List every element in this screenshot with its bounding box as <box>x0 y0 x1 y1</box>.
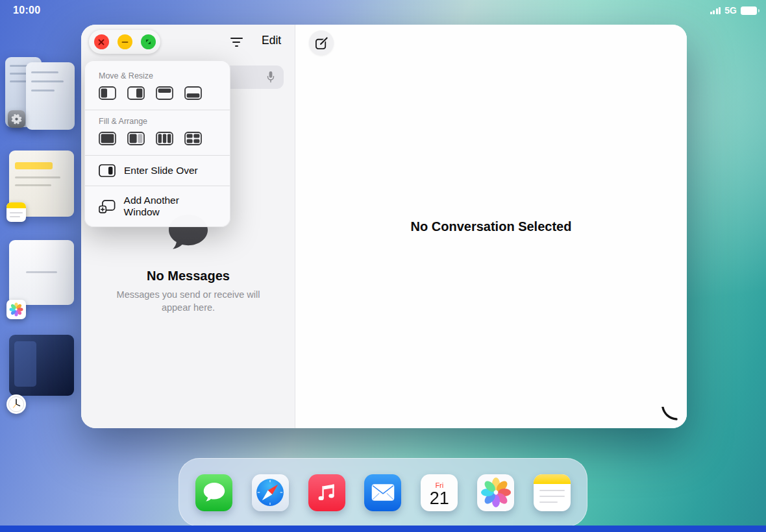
grid-arrange-icon[interactable] <box>184 132 202 147</box>
gear-icon <box>11 114 22 125</box>
notes-icon-body <box>534 484 571 511</box>
menu-item-label: Add Another Window <box>124 195 216 218</box>
menu-item-enter-slide-over[interactable]: Enter Slide Over <box>85 156 230 186</box>
notes-icon-header <box>534 474 571 484</box>
notes-icon-header <box>6 202 26 208</box>
close-button[interactable] <box>94 34 109 49</box>
dock-icon-music[interactable] <box>308 474 345 511</box>
menu-divider <box>85 110 230 110</box>
notes-app-icon-small[interactable] <box>6 202 26 222</box>
move-resize-options <box>99 86 216 102</box>
dock-icon-mail[interactable] <box>364 474 401 511</box>
dock-icon-calendar[interactable]: Fri 21 <box>421 474 458 511</box>
resize-handle-icon <box>660 407 678 421</box>
menu-section-title-fill-arrange: Fill & Arrange <box>99 117 230 126</box>
window-controls <box>89 30 160 54</box>
dock-icon-messages[interactable] <box>195 474 232 511</box>
status-time: 10:00 <box>13 5 40 16</box>
mail-envelope-icon <box>370 482 396 503</box>
clock-app-icon-small[interactable] <box>6 394 26 414</box>
three-columns-icon[interactable] <box>156 132 173 147</box>
status-bar: 10:00 5G <box>0 0 766 19</box>
safari-compass-icon <box>255 478 285 507</box>
calendar-day: 21 <box>430 489 449 507</box>
recent-app-dark-thumbnail[interactable] <box>9 335 74 396</box>
menu-item-add-another-window[interactable]: Add Another Window <box>85 186 230 226</box>
conversation-detail-pane: No Conversation Selected <box>295 25 687 428</box>
fullscreen-button[interactable] <box>141 34 156 49</box>
settings-app-icon[interactable] <box>8 110 25 128</box>
window-resize-handle[interactable] <box>660 407 678 424</box>
compose-icon <box>315 36 328 50</box>
no-messages-title: No Messages <box>81 269 295 284</box>
dock-icon-safari[interactable] <box>252 474 289 511</box>
move-bottom-half-icon[interactable] <box>184 86 202 102</box>
dock: Fri 21 <box>179 458 587 527</box>
photos-flower-icon <box>481 478 511 507</box>
photos-app-icon-small[interactable] <box>6 300 26 319</box>
window-controls-menu: Move & Resize Fill & Arrange <box>84 60 230 227</box>
split-view-icon[interactable] <box>127 132 145 147</box>
mic-icon[interactable] <box>266 70 276 87</box>
move-right-half-icon[interactable] <box>127 86 145 102</box>
recent-app-photos-thumbnail[interactable] <box>9 240 74 305</box>
fill-screen-icon[interactable] <box>99 132 116 147</box>
close-icon <box>98 39 105 45</box>
add-window-icon <box>99 200 116 213</box>
photos-flower-icon <box>9 302 23 317</box>
filter-icon[interactable] <box>226 33 247 51</box>
cellular-signal-icon <box>710 7 721 14</box>
compose-button[interactable] <box>309 30 334 55</box>
move-left-half-icon[interactable] <box>99 86 116 102</box>
minimize-button[interactable] <box>117 34 132 49</box>
fullscreen-icon <box>145 38 152 45</box>
recent-app-settings-thumbnail-front[interactable] <box>26 62 75 130</box>
fill-arrange-options <box>99 132 216 147</box>
dock-icon-photos[interactable] <box>477 474 514 511</box>
network-type-label: 5G <box>724 5 737 16</box>
slide-over-icon <box>99 164 116 177</box>
no-messages-empty-state: No Messages Messages you send or receive… <box>81 214 295 314</box>
battery-icon <box>741 6 757 15</box>
ipad-home-screen: 10:00 5G <box>0 0 766 532</box>
menu-item-label: Enter Slide Over <box>124 165 198 176</box>
no-conversation-label: No Conversation Selected <box>411 219 572 234</box>
minimize-icon <box>121 39 129 45</box>
music-note-icon <box>316 482 337 503</box>
menu-section-title-move-resize: Move & Resize <box>99 71 230 80</box>
clock-icon <box>8 396 25 413</box>
edit-button[interactable]: Edit <box>262 34 281 47</box>
move-top-half-icon[interactable] <box>156 86 173 102</box>
messages-app-window: Edit No Messages Messages you send or re… <box>81 25 687 428</box>
no-messages-subtitle: Messages you send or receive will appear… <box>108 289 268 314</box>
dock-icon-notes[interactable] <box>534 474 571 511</box>
messages-bubble-icon <box>203 481 226 503</box>
